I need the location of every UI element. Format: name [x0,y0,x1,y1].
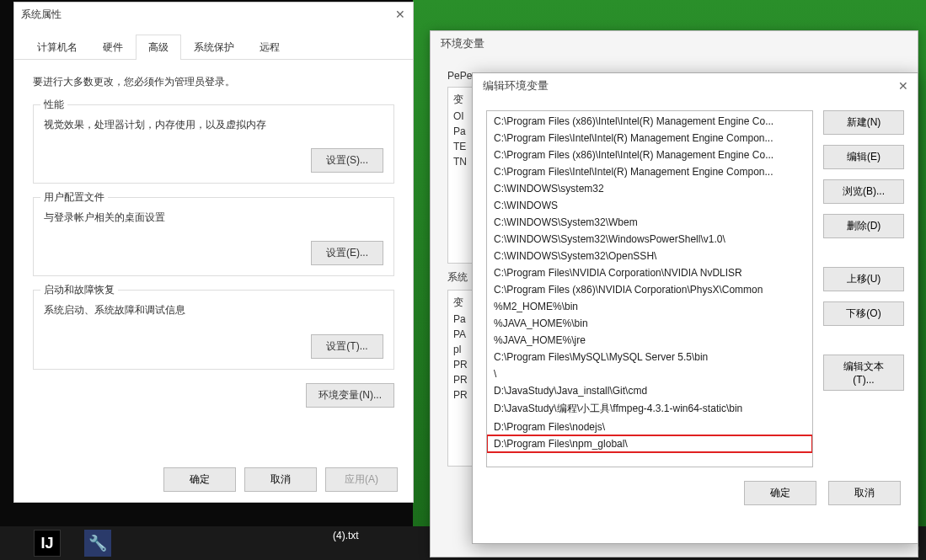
envvars-title: 环境变量 [431,31,918,56]
tab-computer-name[interactable]: 计算机名 [24,35,90,60]
path-entry[interactable]: C:\Program Files (x86)\Intel\Intel(R) Ma… [487,147,812,163]
editenv-title: 编辑环境变量 [473,73,918,99]
path-entry[interactable]: C:\WINDOWS [487,197,812,214]
group-startup-recovery-desc: 系统启动、系统故障和调试信息 [44,302,383,318]
path-entry[interactable]: \ [487,365,812,382]
cancel-button[interactable]: 取消 [828,481,901,505]
path-entry[interactable]: C:\Program Files\NVIDIA Corporation\NVID… [487,264,812,281]
path-entry[interactable]: C:\WINDOWS\System32\OpenSSH\ [487,248,812,264]
path-entry[interactable]: C:\Program Files (x86)\Intel\Intel(R) Ma… [487,113,812,130]
path-entry[interactable]: C:\WINDOWS\System32\Wbem [487,214,812,231]
edit-text-button[interactable]: 编辑文本(T)... [823,355,904,391]
path-entry[interactable]: C:\Program Files (x86)\NVIDIA Corporatio… [487,281,812,298]
delete-button[interactable]: 删除(D) [823,214,904,238]
close-icon[interactable]: ✕ [896,78,911,93]
ok-button[interactable]: 确定 [744,481,816,505]
group-performance-title: 性能 [40,98,67,112]
tab-remote[interactable]: 远程 [247,35,292,60]
move-down-button[interactable]: 下移(O) [823,301,904,326]
startup-recovery-settings-button[interactable]: 设置(T)... [311,334,383,359]
path-entries-list[interactable]: C:\Program Files (x86)\Intel\Intel(R) Ma… [486,110,813,467]
path-entry[interactable]: %M2_HOME%\bin [487,298,812,315]
path-entry[interactable]: C:\WINDOWS\System32\WindowsPowerShell\v1… [487,231,812,248]
new-button[interactable]: 新建(N) [823,110,904,135]
close-icon[interactable]: ✕ [393,7,408,22]
path-entry[interactable]: C:\Program Files\Intel\Intel(R) Manageme… [487,163,812,180]
path-entry[interactable]: D:\Program Files\npm_global\ [487,435,812,452]
path-entry[interactable]: D:\JavaStudy\Java_install\Git\cmd [487,382,812,399]
group-startup-recovery-title: 启动和故障恢复 [40,283,118,297]
tab-system-protection[interactable]: 系统保护 [181,35,247,60]
edit-environment-variable-window: 编辑环境变量 ✕ C:\Program Files (x86)\Intel\In… [472,72,918,544]
path-entry[interactable]: C:\Program Files\Intel\Intel(R) Manageme… [487,130,812,147]
ok-button[interactable]: 确定 [163,467,236,492]
group-startup-recovery: 启动和故障恢复 系统启动、系统故障和调试信息 设置(T)... [33,290,394,369]
group-user-profiles-desc: 与登录帐户相关的桌面设置 [44,210,383,226]
edit-button[interactable]: 编辑(E) [823,145,904,169]
admin-note: 要进行大多数更改，您必须作为管理员登录。 [33,75,394,89]
performance-settings-button[interactable]: 设置(S)... [311,148,383,173]
system-properties-window: 系统属性 ✕ 计算机名 硬件 高级 系统保护 远程 要进行大多数更改，您必须作为… [13,2,414,503]
path-entry[interactable]: C:\WINDOWS\system32 [487,180,812,197]
path-entry[interactable]: C:\Program Files\MySQL\MySQL Server 5.5\… [487,349,812,365]
group-user-profiles: 用户配置文件 与登录帐户相关的桌面设置 设置(E)... [33,197,394,276]
move-up-button[interactable]: 上移(U) [823,267,904,291]
tab-hardware[interactable]: 硬件 [90,35,136,60]
group-performance: 性能 视觉效果，处理器计划，内存使用，以及虚拟内存 设置(S)... [33,104,394,184]
user-profiles-settings-button[interactable]: 设置(E)... [311,241,383,265]
path-entry[interactable]: D:\JavaStudy\编程\小工具\ffmpeg-4.3.1-win64-s… [487,399,812,419]
taskbar-icon-intellij[interactable]: IJ [34,530,61,557]
taskbar-file-label: (4).txt [333,530,359,541]
sysprops-title: 系统属性 [14,3,413,26]
cancel-button[interactable]: 取消 [244,467,317,492]
path-entry[interactable]: D:\Program Files\nodejs\ [487,419,812,435]
apply-button[interactable]: 应用(A) [325,467,398,492]
path-entry[interactable]: %JAVA_HOME%\jre [487,332,812,349]
group-performance-desc: 视觉效果，处理器计划，内存使用，以及虚拟内存 [44,117,383,133]
browse-button[interactable]: 浏览(B)... [823,179,904,204]
taskbar-icon-other[interactable]: 🔧 [84,530,111,557]
path-entry[interactable]: %JAVA_HOME%\bin [487,315,812,332]
group-user-profiles-title: 用户配置文件 [40,190,108,205]
tab-advanced[interactable]: 高级 [136,35,181,60]
sysprops-tabs: 计算机名 硬件 高级 系统保护 远程 [14,35,413,60]
environment-variables-button[interactable]: 环境变量(N)... [306,383,394,408]
